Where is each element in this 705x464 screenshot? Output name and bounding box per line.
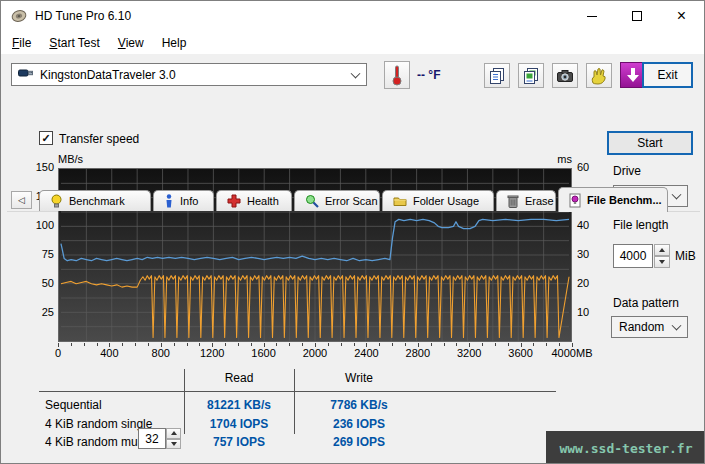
x-axis-tick xyxy=(366,343,367,347)
x-axis-tick xyxy=(148,343,149,346)
title-bar: HD Tune Pro 6.10 × xyxy=(1,1,704,31)
menu-help[interactable]: Help xyxy=(153,33,196,53)
start-label: Start xyxy=(637,136,662,150)
exit-label: Exit xyxy=(657,68,677,82)
start-button[interactable]: Start xyxy=(607,131,693,155)
close-icon: × xyxy=(677,8,686,24)
disk-icon xyxy=(11,8,27,28)
hand-button[interactable] xyxy=(586,63,612,88)
stepper-down-button[interactable] xyxy=(654,256,670,268)
file-length-value: 4000 xyxy=(620,249,647,263)
tab-erase[interactable]: Erase xyxy=(496,190,556,211)
arrow-down-icon xyxy=(659,260,665,264)
menu-start-test[interactable]: Start Test xyxy=(40,33,108,53)
left-axis-tick-label: 75 xyxy=(23,248,54,260)
x-axis-tick xyxy=(109,343,110,347)
menu-file[interactable]: File xyxy=(3,33,40,53)
x-axis-tick xyxy=(225,343,226,346)
x-axis-tick xyxy=(354,343,355,346)
temperature-value: -- °F xyxy=(417,68,440,82)
right-axis-tick-label: 30 xyxy=(577,248,607,260)
x-axis-tick xyxy=(264,343,265,347)
x-axis-tick xyxy=(444,343,445,346)
tab-info[interactable]: Info xyxy=(153,190,214,211)
random-multi-write-value: 269 IOPS xyxy=(294,435,424,449)
random-single-read-value: 1704 IOPS xyxy=(184,417,294,431)
x-axis-tick xyxy=(456,343,457,346)
x-axis-tick xyxy=(546,343,547,346)
maximize-button[interactable] xyxy=(614,1,659,31)
close-button[interactable]: × xyxy=(659,1,704,31)
left-axis-tick-label: 100 xyxy=(23,219,54,231)
right-axis-tick-label: 20 xyxy=(577,277,607,289)
left-axis-tick-label: 25 xyxy=(23,306,54,318)
device-name: KingstonDataTraveler 3.0 xyxy=(40,68,176,82)
copy-text-icon xyxy=(488,67,506,85)
tab-folder-usage[interactable]: Folder Usage xyxy=(382,190,494,211)
x-axis-tick xyxy=(71,343,72,346)
arrow-up-icon xyxy=(659,248,665,252)
x-axis-tick xyxy=(58,343,59,347)
stepper-up-button[interactable] xyxy=(166,428,181,439)
x-axis-tick xyxy=(212,343,213,347)
x-axis-tick xyxy=(379,343,380,346)
file-benchmark-icon xyxy=(569,193,581,208)
row-label-random-multi: 4 KiB random multi xyxy=(45,435,146,449)
tab-label: Health xyxy=(247,195,279,207)
x-axis-tick xyxy=(289,343,290,346)
trash-icon xyxy=(507,194,519,208)
chevron-down-icon xyxy=(351,68,361,78)
right-axis-tick-label: 60 xyxy=(577,161,607,173)
copy-image-button[interactable] xyxy=(518,63,544,88)
arrow-down-icon xyxy=(171,442,177,446)
right-axis-tick-label: 40 xyxy=(577,219,607,231)
tab-file-benchmark[interactable]: File Benchm... xyxy=(558,187,668,212)
table-header-divider xyxy=(39,391,556,392)
arrow-up-icon xyxy=(171,431,177,435)
file-length-stepper xyxy=(654,244,670,268)
x-axis-tick xyxy=(161,343,162,347)
exit-button[interactable]: Exit xyxy=(642,62,693,88)
file-length-input[interactable]: 4000 xyxy=(613,244,653,268)
x-axis-tick xyxy=(97,343,98,346)
download-arrow-icon xyxy=(626,67,640,83)
drive-label: Drive xyxy=(613,164,641,178)
copy-image-icon xyxy=(522,67,540,85)
tab-label: Error Scan xyxy=(325,195,378,207)
tab-error-scan[interactable]: Error Scan xyxy=(294,190,380,211)
tab-label: Folder Usage xyxy=(413,195,479,207)
copy-text-button[interactable] xyxy=(484,63,510,88)
stepper-down-button[interactable] xyxy=(166,439,181,450)
menu-view[interactable]: View xyxy=(109,33,153,53)
camera-button[interactable] xyxy=(552,63,578,88)
tab-label: Info xyxy=(180,195,198,207)
data-pattern-value: Random xyxy=(619,320,664,334)
x-axis-tick xyxy=(84,343,85,346)
data-pattern-select[interactable]: Random xyxy=(611,316,688,338)
temperature-button[interactable] xyxy=(384,61,410,89)
camera-icon xyxy=(556,68,574,84)
info-icon xyxy=(164,194,174,208)
x-axis-tick xyxy=(431,343,432,346)
tab-health[interactable]: Health xyxy=(216,190,292,211)
stepper-up-button[interactable] xyxy=(654,244,670,256)
tab-benchmark[interactable]: Benchmark xyxy=(39,190,151,211)
x-axis-tick xyxy=(135,343,136,346)
queue-depth-value: 32 xyxy=(145,432,158,446)
row-label-random-single: 4 KiB random single xyxy=(45,417,152,431)
app-window: HD Tune Pro 6.10 × File Start Test View … xyxy=(0,0,705,464)
x-axis-tick xyxy=(315,343,316,347)
read-column-header: Read xyxy=(184,371,294,385)
queue-depth-input[interactable]: 32 xyxy=(138,428,166,449)
x-axis-tick xyxy=(238,343,239,346)
transfer-speed-checkbox[interactable]: ✓ xyxy=(39,131,53,145)
random-multi-read-value: 757 IOPS xyxy=(184,435,294,449)
minimize-button[interactable] xyxy=(569,1,614,31)
device-select[interactable]: KingstonDataTraveler 3.0 xyxy=(11,63,367,86)
bulb-icon xyxy=(50,194,63,208)
tab-label: Erase xyxy=(525,195,554,207)
minimize-icon xyxy=(587,16,597,17)
x-axis-tick xyxy=(559,343,560,346)
file-length-label: File length xyxy=(613,218,668,232)
x-axis-tick xyxy=(521,343,522,347)
